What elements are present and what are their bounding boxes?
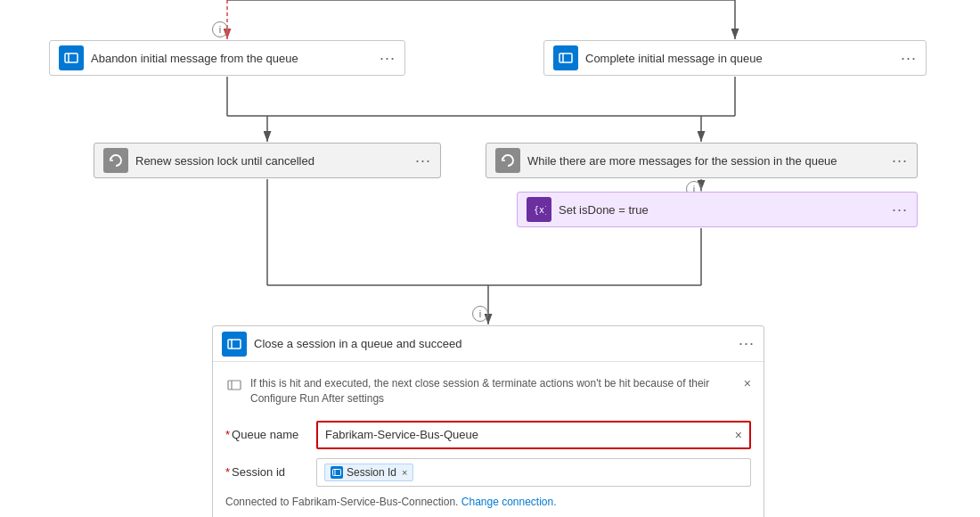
abandon-more[interactable]: ··· [380,49,396,68]
svg-rect-11 [333,469,341,475]
complete-icon [553,45,578,70]
complete-label: Complete initial message in queue [585,52,894,65]
info-icon-close[interactable]: i [472,306,488,322]
info-bar-text: If this is hit and executed, the next cl… [250,376,737,406]
set-more[interactable]: ··· [892,201,908,219]
node-set: {x} Set isDone = true ··· [517,192,918,227]
change-connection-link[interactable]: Change connection. [461,496,557,508]
queue-name-clear-button[interactable]: × [735,428,742,442]
session-id-tag: Session Id × [324,464,413,481]
svg-rect-2 [65,53,78,62]
session-id-label: *Session id [225,465,306,479]
session-tag-icon [331,466,343,479]
session-id-field-row: *Session id Session Id × [225,458,751,487]
queue-name-value: Fabrikam-Service-Bus-Queue [325,428,478,441]
renew-more[interactable]: ··· [415,152,431,170]
close-session-label: Close a session in a queue and succeed [254,337,731,350]
session-id-input[interactable]: Session Id × [316,458,751,487]
while-label: While there are more messages for the se… [527,154,885,168]
svg-rect-7 [228,340,241,349]
workflow-canvas: i i i Abandon initial message from the q… [0,0,980,517]
set-icon: {x} [527,197,551,222]
queue-name-field-row: *Queue name Fabrikam-Service-Bus-Queue × [225,421,751,449]
close-session-icon [222,332,247,357]
svg-text:{x}: {x} [534,205,546,215]
close-session-info-bar: If this is hit and executed, the next cl… [225,371,751,412]
while-more[interactable]: ··· [892,152,908,170]
node-while: While there are more messages for the se… [486,143,918,178]
complete-more[interactable]: ··· [901,49,917,68]
queue-name-label: *Queue name [225,428,306,441]
abandon-label: Abandon initial message from the queue [91,52,372,65]
node-close-session: Close a session in a queue and succeed ·… [212,325,764,517]
info-icon-top[interactable]: i [212,21,228,37]
renew-icon [103,148,128,173]
set-label: Set isDone = true [559,203,885,217]
node-complete: Complete initial message in queue ··· [543,40,927,76]
connection-text: Connected to Fabrikam-Service-Bus-Connec… [225,496,751,508]
close-session-more[interactable]: ··· [739,334,755,353]
queue-name-input[interactable]: Fabrikam-Service-Bus-Queue × [316,421,751,449]
node-renew: Renew session lock until cancelled ··· [94,143,441,178]
abandon-icon [59,45,84,70]
node-abandon: Abandon initial message from the queue ·… [49,40,405,76]
renew-label: Renew session lock until cancelled [135,154,408,168]
svg-rect-9 [228,381,241,390]
info-bar-icon [225,376,243,394]
while-icon [495,148,520,173]
session-tag-remove-button[interactable]: × [402,467,407,478]
session-tag-label: Session Id [347,466,396,479]
close-session-body: If this is hit and executed, the next cl… [213,362,764,517]
connection-label: Connected to Fabrikam-Service-Bus-Connec… [225,496,458,508]
close-session-header: Close a session in a queue and succeed ·… [213,326,764,362]
svg-rect-4 [559,53,572,62]
info-bar-close-button[interactable]: × [744,376,751,390]
